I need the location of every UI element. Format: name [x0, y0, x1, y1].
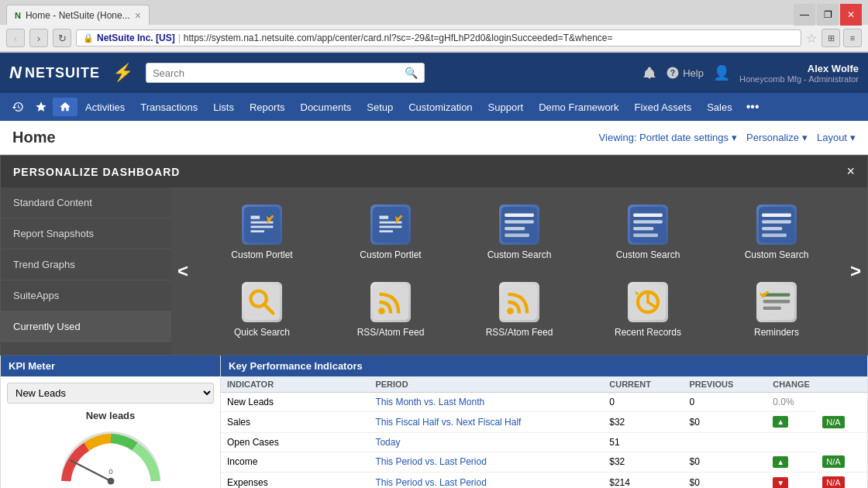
- cell-indicator: Sales: [221, 412, 369, 433]
- cell-previous: $0: [683, 473, 766, 489]
- sidebar-item-currently-used[interactable]: Currently Used: [1, 311, 171, 342]
- nav-demo-framework[interactable]: Demo Framework: [531, 93, 626, 121]
- logo-symbol-icon: ⚡: [112, 63, 133, 83]
- sidebar-item-suiteapps[interactable]: SuiteApps: [1, 280, 171, 311]
- kpi-table-header-row: INDICATOR PERIOD CURRENT PREVIOUS CHANGE: [221, 376, 867, 393]
- cell-badge-up2: ▲: [766, 452, 816, 473]
- modal-close-button[interactable]: ×: [846, 163, 855, 180]
- address-bar[interactable]: 🔒 NetSuite Inc. [US] | https://system.na…: [76, 29, 801, 46]
- period-link[interactable]: Today: [375, 437, 400, 448]
- sidebar-item-trend-graphs[interactable]: Trend Graphs: [1, 249, 171, 280]
- forward-button[interactable]: ›: [29, 29, 48, 47]
- nav-customization[interactable]: Customization: [401, 93, 480, 121]
- search-input[interactable]: [153, 67, 405, 79]
- svg-rect-12: [633, 227, 653, 230]
- layout-button[interactable]: Layout ▾: [817, 132, 856, 143]
- sidebar-item-standard-content[interactable]: Standard Content: [1, 187, 171, 218]
- svg-rect-22: [373, 284, 408, 320]
- nav-lists[interactable]: Lists: [205, 93, 242, 121]
- grid-item-custom-portlet-1[interactable]: Custom Portlet: [201, 197, 323, 268]
- kpi-chart-area: New leads: [7, 410, 214, 488]
- grid-item-reminders[interactable]: Reminders: [715, 274, 838, 345]
- page-title: Home: [12, 129, 56, 146]
- ssl-lock-icon: 🔒: [83, 33, 94, 43]
- kpi-chart-title: New leads: [49, 410, 173, 421]
- grid-next-button[interactable]: >: [844, 260, 867, 282]
- period-link[interactable]: This Fiscal Half vs. Next Fiscal Half: [375, 417, 521, 428]
- search-icon[interactable]: 🔍: [405, 67, 418, 79]
- rss-icon-2: [499, 282, 539, 322]
- svg-rect-32: [763, 300, 790, 303]
- svg-rect-14: [759, 207, 794, 242]
- extensions-button[interactable]: ⊞: [822, 29, 840, 47]
- svg-rect-5: [505, 214, 534, 217]
- menu-button[interactable]: ≡: [843, 29, 862, 47]
- cell-change: 0.0%: [766, 393, 816, 412]
- personalize-button[interactable]: Personalize ▾: [746, 132, 808, 143]
- favorites-icon[interactable]: [29, 95, 53, 119]
- modal-title: PERSONALIZE DASHBOARD: [13, 166, 180, 178]
- cell-current: 0: [603, 393, 683, 412]
- nav-support[interactable]: Support: [480, 93, 532, 121]
- nav-bar: Activities Transactions Lists Reports Do…: [0, 93, 868, 121]
- grid-item-custom-portlet-2[interactable]: Custom Portlet: [329, 197, 452, 268]
- nav-activities[interactable]: Activities: [78, 93, 133, 121]
- nav-transactions[interactable]: Transactions: [133, 93, 205, 121]
- kpi-meter-select[interactable]: New Leads: [7, 383, 214, 404]
- portlet-date-settings-button[interactable]: Viewing: Portlet date settings ▾: [599, 132, 737, 143]
- cell-period: This Fiscal Half vs. Next Fiscal Half: [369, 412, 603, 433]
- nav-items: Activities Transactions Lists Reports Do…: [78, 93, 740, 121]
- restore-button[interactable]: ❐: [817, 4, 839, 26]
- nav-sales[interactable]: Sales: [699, 93, 740, 121]
- user-icon[interactable]: 👤: [713, 64, 730, 81]
- cell-period: Today: [369, 432, 603, 452]
- period-link[interactable]: This Period vs. Last Period: [375, 456, 486, 467]
- grid-item-label-custom-portlet-2: Custom Portlet: [360, 249, 421, 260]
- minimize-button[interactable]: —: [794, 4, 815, 26]
- tab-close-button[interactable]: ×: [135, 9, 141, 22]
- nav-setup[interactable]: Setup: [359, 93, 401, 121]
- grid-item-rss-1[interactable]: RSS/Atom Feed: [329, 274, 452, 345]
- search-box[interactable]: 🔍: [146, 63, 425, 83]
- grid-item-rss-2[interactable]: RSS/Atom Feed: [458, 274, 580, 345]
- grid-prev-button[interactable]: <: [171, 260, 195, 282]
- grid-item-custom-search-2[interactable]: Custom Search: [587, 197, 709, 268]
- grid-item-label-quick-search: Quick Search: [234, 327, 290, 338]
- home-button[interactable]: [53, 98, 78, 116]
- svg-rect-17: [762, 227, 782, 230]
- nav-more-button[interactable]: •••: [740, 94, 766, 120]
- svg-rect-7: [505, 227, 525, 230]
- help-button[interactable]: ? Help: [666, 66, 704, 80]
- grid-item-custom-search-3[interactable]: Custom Search: [715, 197, 838, 268]
- recent-records-icon: [628, 282, 668, 322]
- logo-text: NETSUITE: [25, 65, 100, 81]
- grid-item-label-custom-search-3: Custom Search: [745, 249, 809, 260]
- grid-item-quick-search[interactable]: Quick Search: [201, 274, 323, 345]
- svg-point-25: [507, 308, 514, 314]
- header-actions: ? Help 👤 Alex Wolfe Honeycomb Mfg - Admi…: [642, 63, 859, 84]
- page-header: Home Viewing: Portlet date settings ▾ Pe…: [0, 121, 868, 155]
- nav-reports[interactable]: Reports: [242, 93, 293, 121]
- back-button[interactable]: ‹: [6, 29, 25, 47]
- period-link[interactable]: This Period vs. Last Period: [375, 477, 486, 488]
- bookmark-star-icon[interactable]: ☆: [806, 31, 817, 46]
- close-button[interactable]: ✕: [840, 4, 862, 26]
- grid-item-recent-records[interactable]: Recent Records: [587, 274, 709, 345]
- history-icon[interactable]: [6, 95, 29, 119]
- logo: N NETSUITE: [9, 63, 100, 83]
- browser-tab[interactable]: N Home - NetSuite (Hone... ×: [6, 5, 150, 25]
- table-row: New Leads This Month vs. Last Month 0 0 …: [221, 393, 867, 412]
- refresh-button[interactable]: ↻: [53, 29, 71, 47]
- cell-change-empty: [766, 432, 816, 452]
- browser-extra-buttons: ⊞ ≡: [822, 29, 862, 47]
- period-link[interactable]: This Month vs. Last Month: [375, 397, 484, 407]
- browser-controls: ‹ › ↻ 🔒 NetSuite Inc. [US] | https://sys…: [0, 25, 868, 52]
- browser-chrome: N Home - NetSuite (Hone... × — ❐ ✕ ‹ › ↻…: [0, 0, 868, 53]
- grid-item-custom-search-1[interactable]: Custom Search: [458, 197, 580, 268]
- nav-fixed-assets[interactable]: Fixed Assets: [626, 93, 699, 121]
- sidebar-item-report-snapshots[interactable]: Report Snapshots: [1, 218, 171, 249]
- notifications-button[interactable]: [642, 66, 656, 80]
- nav-documents[interactable]: Documents: [293, 93, 360, 121]
- cell-period: This Month vs. Last Month: [369, 393, 603, 412]
- custom-portlet-icon-2: [370, 204, 411, 245]
